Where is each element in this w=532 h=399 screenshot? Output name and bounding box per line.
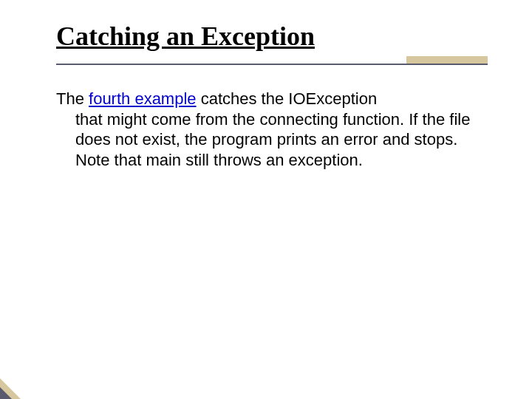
title-underline <box>56 64 488 65</box>
body-rest: that might come from the connecting func… <box>56 109 488 171</box>
body-prefix: The <box>56 89 89 108</box>
body-after-link: catches the IOException <box>197 89 378 108</box>
slide-title: Catching an Exception <box>56 21 488 52</box>
fourth-example-link[interactable]: fourth example <box>89 89 197 108</box>
corner-accent-inner <box>0 387 12 399</box>
slide: Catching an Exception The fourth example… <box>0 0 532 399</box>
title-accent-bar <box>406 56 488 64</box>
body-paragraph: The fourth example catches the IOExcepti… <box>56 89 488 170</box>
corner-accent <box>0 377 22 399</box>
